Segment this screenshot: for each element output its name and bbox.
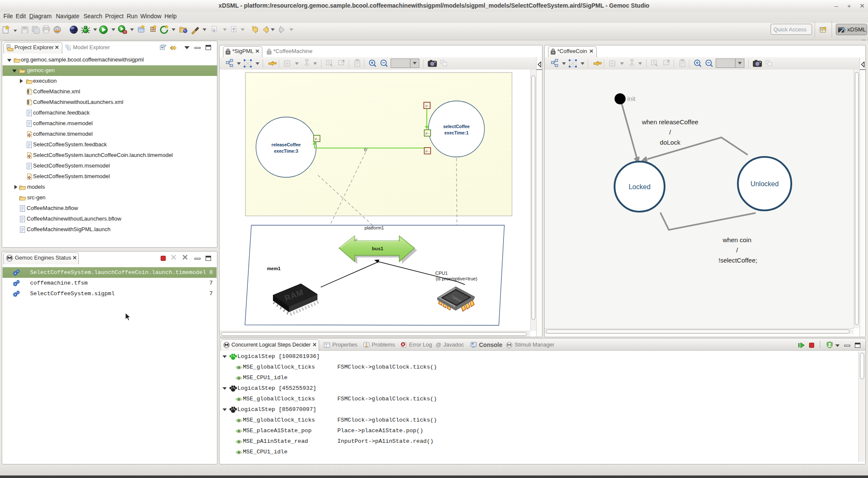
svg-text:Locked: Locked [629, 183, 651, 190]
svg-text:doLock: doLock [660, 139, 681, 146]
svg-text:CPU1: CPU1 [435, 271, 448, 276]
svg-text:μ…: μ… [426, 131, 431, 135]
svg-text:μ…: μ… [315, 137, 320, 140]
svg-text:execTime:1: execTime:1 [444, 130, 468, 135]
svg-text:μ…: μ… [426, 103, 431, 107]
svg-text:init: init [627, 95, 636, 102]
svg-text:when releaseCoffee: when releaseCoffee [641, 118, 698, 126]
svg-text:bus1: bus1 [372, 246, 384, 251]
svg-text:!selectCoffee;: !selectCoffee; [718, 257, 757, 264]
svg-text:selectCoffee: selectCoffee [443, 124, 470, 129]
svg-text:mem1: mem1 [267, 266, 281, 271]
svg-text:when coin: when coin [722, 236, 751, 243]
svg-text:Unlocked: Unlocked [751, 180, 779, 187]
svg-text:execTime:3: execTime:3 [274, 148, 298, 154]
svg-text:(is preemptive=true): (is preemptive=true) [436, 276, 477, 281]
svg-text:μ…: μ… [426, 149, 431, 153]
svg-text:releaseCoffee: releaseCoffee [272, 142, 301, 147]
svg-text:6: 6 [364, 147, 367, 152]
svg-text:platform1: platform1 [364, 225, 384, 230]
